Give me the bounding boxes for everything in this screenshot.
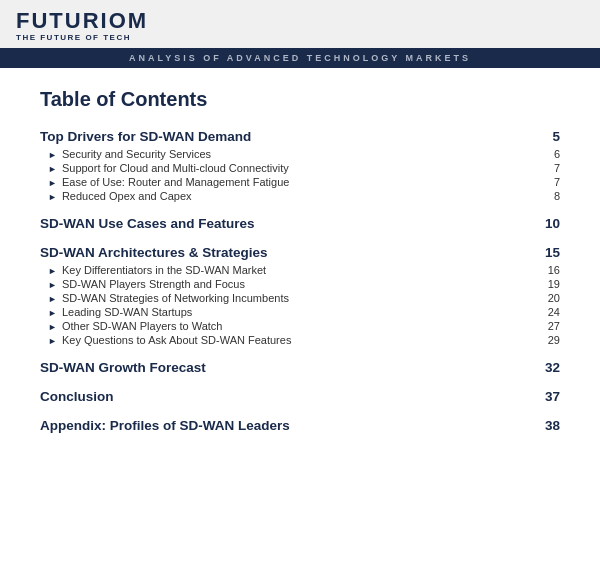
toc-section-top-drivers: Top Drivers for SD-WAN Demand 5 ► Securi… [40,129,560,202]
list-item: ► Other SD-WAN Players to Watch 27 [48,320,560,332]
toc-section-use-cases: SD-WAN Use Cases and Features 10 [40,216,560,231]
toc-content: Table of Contents Top Drivers for SD-WAN… [0,68,600,576]
arrow-icon: ► [48,178,57,188]
list-item: ► Security and Security Services 6 [48,148,560,160]
logo-tagline: THE FUTURE OF TECH [16,33,148,42]
toc-sub-page: 19 [540,278,560,290]
list-item: ► Key Questions to Ask About SD-WAN Feat… [48,334,560,346]
toc-main-label-use-cases: SD-WAN Use Cases and Features [40,216,255,231]
arrow-icon: ► [48,336,57,346]
toc-sub-items-architectures: ► Key Differentiators in the SD-WAN Mark… [40,264,560,346]
toc-main-label-architectures: SD-WAN Architectures & Strategies [40,245,268,260]
toc-section-appendix: Appendix: Profiles of SD-WAN Leaders 38 [40,418,560,433]
arrow-icon: ► [48,164,57,174]
arrow-icon: ► [48,308,57,318]
list-item: ► Leading SD-WAN Startups 24 [48,306,560,318]
arrow-icon: ► [48,150,57,160]
arrow-icon: ► [48,192,57,202]
toc-sub-items-top-drivers: ► Security and Security Services 6 ► Sup… [40,148,560,202]
arrow-icon: ► [48,294,57,304]
toc-sub-label: Ease of Use: Router and Management Fatig… [62,176,289,188]
toc-sub-label: Reduced Opex and Capex [62,190,192,202]
toc-sub-label: Security and Security Services [62,148,211,160]
toc-sub-label: Support for Cloud and Multi-cloud Connec… [62,162,289,174]
toc-sub-page: 6 [540,148,560,160]
toc-sub-label: Key Questions to Ask About SD-WAN Featur… [62,334,291,346]
arrow-icon: ► [48,266,57,276]
toc-sub-page: 27 [540,320,560,332]
list-item: ► Ease of Use: Router and Management Fat… [48,176,560,188]
toc-section-architectures: SD-WAN Architectures & Strategies 15 ► K… [40,245,560,346]
toc-main-label-growth: SD-WAN Growth Forecast [40,360,206,375]
toc-main-label-top-drivers: Top Drivers for SD-WAN Demand [40,129,251,144]
toc-main-label-appendix: Appendix: Profiles of SD-WAN Leaders [40,418,290,433]
list-item: ► Reduced Opex and Capex 8 [48,190,560,202]
banner: ANALYSIS OF ADVANCED TECHNOLOGY MARKETS [0,48,600,68]
toc-sub-page: 16 [540,264,560,276]
list-item: ► SD-WAN Strategies of Networking Incumb… [48,292,560,304]
toc-sub-label: SD-WAN Strategies of Networking Incumben… [62,292,289,304]
list-item: ► SD-WAN Players Strength and Focus 19 [48,278,560,290]
list-item: ► Support for Cloud and Multi-cloud Conn… [48,162,560,174]
toc-sub-label: SD-WAN Players Strength and Focus [62,278,245,290]
toc-sub-page: 29 [540,334,560,346]
toc-sub-label: Key Differentiators in the SD-WAN Market [62,264,266,276]
header: FUTURIOM THE FUTURE OF TECH ANALYSIS OF … [0,0,600,68]
toc-main-page-top-drivers: 5 [540,129,560,144]
toc-section-conclusion: Conclusion 37 [40,389,560,404]
toc-title: Table of Contents [40,88,560,111]
logo: FUTURIOM [16,10,148,32]
toc-main-page-growth: 32 [545,360,560,375]
list-item: ► Key Differentiators in the SD-WAN Mark… [48,264,560,276]
toc-main-label-conclusion: Conclusion [40,389,114,404]
toc-sub-page: 7 [540,176,560,188]
toc-sub-page: 8 [540,190,560,202]
toc-main-page-use-cases: 10 [545,216,560,231]
arrow-icon: ► [48,322,57,332]
toc-sub-page: 20 [540,292,560,304]
toc-sub-page: 7 [540,162,560,174]
toc-section-growth-forecast: SD-WAN Growth Forecast 32 [40,360,560,375]
toc-sub-page: 24 [540,306,560,318]
toc-main-page-appendix: 38 [545,418,560,433]
toc-main-page-conclusion: 37 [545,389,560,404]
toc-main-page-architectures: 15 [540,245,560,260]
toc-sub-label: Leading SD-WAN Startups [62,306,192,318]
toc-sub-label: Other SD-WAN Players to Watch [62,320,223,332]
arrow-icon: ► [48,280,57,290]
